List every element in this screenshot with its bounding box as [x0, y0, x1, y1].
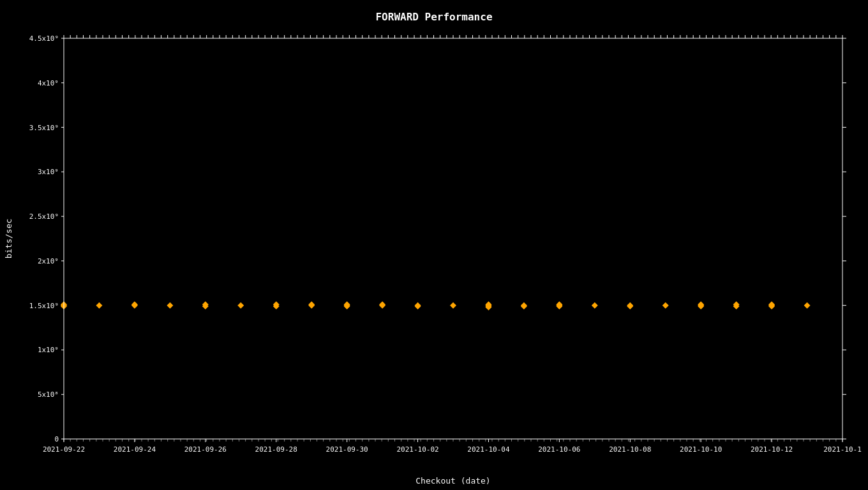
svg-text:2x10⁹: 2x10⁹: [38, 257, 59, 265]
svg-text:2021-10-1: 2021-10-1: [823, 445, 862, 454]
svg-text:2021-10-08: 2021-10-08: [609, 445, 651, 454]
svg-text:2021-09-28: 2021-09-28: [255, 445, 297, 454]
svg-text:2021-10-10: 2021-10-10: [680, 445, 722, 454]
svg-rect-0: [0, 0, 868, 490]
svg-text:0: 0: [54, 435, 59, 443]
chart-container: FORWARD Performancebits/secCheckout (dat…: [0, 0, 868, 490]
svg-text:FORWARD Performance: FORWARD Performance: [375, 11, 492, 23]
svg-text:5x10⁸: 5x10⁸: [38, 390, 59, 399]
main-chart: FORWARD Performancebits/secCheckout (dat…: [0, 0, 868, 490]
svg-text:2.5x10⁹: 2.5x10⁹: [29, 212, 59, 221]
svg-text:1.5x10⁹: 1.5x10⁹: [29, 302, 59, 310]
svg-text:2021-09-24: 2021-09-24: [114, 445, 156, 454]
svg-text:2021-09-22: 2021-09-22: [43, 445, 85, 454]
svg-text:2021-09-26: 2021-09-26: [184, 445, 227, 454]
svg-text:3x10⁹: 3x10⁹: [38, 168, 59, 176]
svg-text:4x10⁹: 4x10⁹: [38, 79, 59, 87]
svg-text:1x10⁹: 1x10⁹: [38, 346, 59, 354]
svg-text:2021-10-06: 2021-10-06: [538, 445, 580, 454]
svg-text:2021-09-30: 2021-09-30: [326, 445, 368, 454]
svg-text:2021-10-04: 2021-10-04: [467, 445, 510, 454]
svg-text:2021-10-02: 2021-10-02: [396, 445, 438, 454]
svg-text:2021-10-12: 2021-10-12: [751, 445, 793, 454]
svg-text:bits/sec: bits/sec: [4, 219, 13, 259]
svg-text:Checkout (date): Checkout (date): [415, 476, 490, 486]
svg-text:4.5x10⁹: 4.5x10⁹: [29, 34, 59, 43]
svg-text:3.5x10⁹: 3.5x10⁹: [29, 124, 59, 132]
